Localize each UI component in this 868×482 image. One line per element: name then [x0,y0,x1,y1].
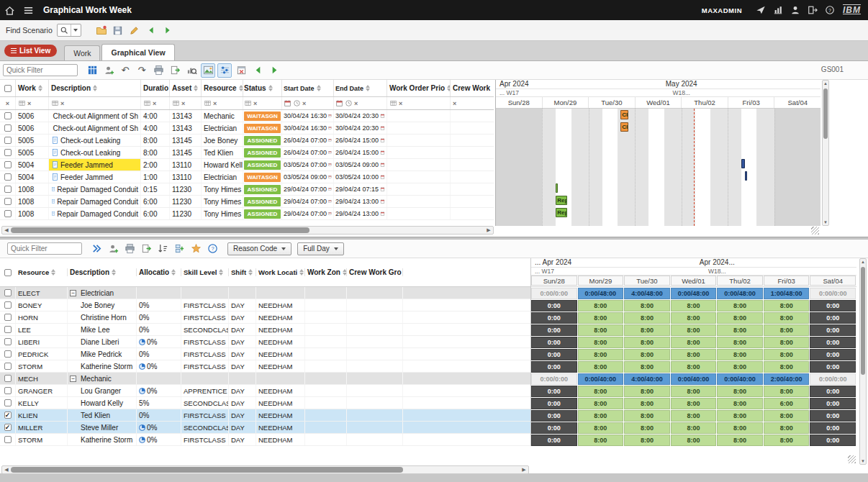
column-header-description[interactable]: Description [68,268,137,276]
gantt-bar[interactable]: Rep [556,208,567,217]
availability-cell[interactable]: 0:00 [810,422,856,434]
scroll-right-arrow[interactable]: ▶ [485,227,492,234]
filter-duration[interactable]: × [141,97,170,109]
availability-cell[interactable]: 8:00 [764,300,810,312]
availability-cell[interactable]: 0:00 [531,361,577,373]
tab-work[interactable]: Work [64,45,100,60]
availability-cell[interactable]: 0:00 [810,386,856,397]
row-checkbox[interactable]: ✓ [4,124,12,132]
column-settings-button[interactable] [85,63,99,78]
find-scenario-search[interactable] [57,24,81,37]
availability-cell[interactable]: 8:00 [578,337,624,348]
resource-row[interactable]: ✓ MILLER Steve Miller 0% SECONDCLASS DAY… [0,422,530,434]
calendar-icon[interactable] [380,198,385,205]
day-header[interactable]: Sat/04 [810,276,856,286]
availability-cell[interactable]: 8:00 [764,312,810,324]
row-checkbox[interactable]: ✓ [4,338,12,345]
resource-row[interactable]: ✓ STORM Katherine Storm 0% FIRSTCLASS DA… [0,434,530,446]
work-order-row[interactable]: ✓ 5004 Feeder Jammed 2:00 13110 Howard K… [0,159,494,171]
column-header-asset[interactable]: Asset [170,80,202,96]
column-header-duration[interactable]: Duratio [141,80,170,96]
resource-row[interactable]: ✓ LIBERI Diane Liberi 0% FIRSTCLASS DAY … [0,336,530,348]
availability-cell[interactable]: 0:00 [810,337,856,348]
work-order-row[interactable]: ✓ 5006 Check-out Alignment of Sh 4:00 13… [0,110,494,122]
resize-grip[interactable] [811,227,819,235]
row-checkbox[interactable]: ✓ [4,198,12,205]
gantt-bar[interactable]: Cl [620,110,628,119]
availability-cell[interactable]: 0:00 [531,435,577,446]
print-button[interactable] [122,242,137,256]
availability-cell[interactable]: 8:00 [717,435,763,446]
filter-description[interactable]: × [49,97,141,109]
availability-cell[interactable]: 8:00 [578,386,624,397]
availability-cell[interactable]: 0:00 [531,398,577,409]
availability-cell[interactable]: 0:00 [810,435,856,446]
availability-cell[interactable]: 8:00 [578,349,624,360]
resource-row[interactable]: ✓ MECH Mechanic [0,373,530,385]
column-header-work-zone[interactable]: Work Zon [305,268,347,276]
row-checkbox[interactable]: ✓ [4,137,12,144]
row-checkbox[interactable]: ✓ [4,112,12,119]
availability-cell[interactable]: 8:00 [624,361,670,373]
select-all-checkbox[interactable]: ✓ [4,85,12,92]
availability-cell[interactable]: 8:00 [717,349,763,360]
scroll-right-arrow[interactable]: ▶ [520,466,528,473]
resource-row[interactable]: ✓ PEDRICK Mike Pedrick 0% FIRSTCLASS DAY… [0,348,530,360]
availability-cell[interactable]: 0:00 [531,422,577,434]
filter-asset[interactable]: × [170,97,202,109]
calendar-icon[interactable] [380,149,385,156]
availability-cell[interactable]: 8:00 [624,398,670,409]
availability-cell[interactable]: 8:00 [764,422,810,434]
work-order-row[interactable]: ✓ 1008 Repair Damaged Conduit 0:15 11230… [0,183,494,196]
availability-cell[interactable]: 8:00 [671,361,717,373]
availability-cell[interactable]: 8:00 [671,324,717,336]
availability-cell[interactable]: 8:00 [717,337,763,348]
column-header-resource[interactable]: Resource [16,268,68,276]
profile-button[interactable] [787,0,804,20]
availability-cell[interactable]: 8:00 [717,410,763,422]
column-header-allocation[interactable]: Allocatio [137,268,181,276]
row-checkbox[interactable]: ✓ [4,161,12,168]
availability-cell[interactable]: 0:00/40:00 [578,373,624,385]
day-header[interactable]: Sun/28 [496,97,542,108]
calendar-icon[interactable] [380,137,385,144]
clear-filter-icon[interactable]: × [6,100,9,107]
scroll-left-arrow[interactable]: ◀ [3,466,10,473]
availability-cell[interactable]: 8:00 [671,337,717,348]
availability-cell[interactable]: 8:00 [624,410,670,422]
print-button[interactable] [151,63,166,78]
availability-cell[interactable]: 8:00 [717,386,763,397]
undo-button[interactable]: ↶ [118,63,132,78]
availability-cell[interactable]: 8:00 [671,349,717,360]
day-header[interactable]: Sat/04 [774,97,820,108]
availability-cell[interactable]: 8:00 [671,312,717,324]
availability-cell[interactable]: 8:00 [578,398,624,409]
select-all-checkbox[interactable]: ✓ [4,269,12,276]
availability-cell[interactable]: 8:00 [764,337,810,348]
availability-cell[interactable]: 8:00 [624,435,670,446]
scrollbar-thumb[interactable] [11,467,403,473]
calendar-icon[interactable] [328,137,332,144]
resource-row[interactable]: ✓ BONEY Joe Boney 0% FIRSTCLASS DAY NEED… [0,299,530,312]
availability-cell[interactable]: 8:00 [578,361,624,373]
row-checkbox[interactable]: ✓ [4,363,12,370]
search-dropdown-button[interactable] [71,24,81,36]
availability-cell[interactable]: 8:00 [671,410,717,422]
availability-cell[interactable]: 8:00 [671,422,717,434]
resource-row[interactable]: ✓ HORN Christine Horn 0% FIRSTCLASS DAY … [0,312,530,324]
availability-cell[interactable]: 8:00 [671,398,717,409]
availability-cell[interactable]: 8:00 [764,324,810,336]
availability-cell[interactable]: 0:00 [810,398,856,409]
availability-cell[interactable]: 8:00 [671,435,717,446]
export-button[interactable] [139,242,153,256]
availability-cell[interactable]: 8:00 [764,410,810,422]
availability-cell[interactable]: 0:00 [810,324,856,336]
availability-cell[interactable]: 0:00 [531,324,577,336]
availability-cell[interactable]: 8:00 [624,422,670,434]
availability-cell[interactable]: 8:00 [717,312,763,324]
column-header-resource[interactable]: Resource [202,80,243,96]
availability-cell[interactable]: 0:00/0:00 [810,288,856,299]
filter-status[interactable]: × [243,97,282,109]
sign-out-button[interactable] [804,0,821,20]
calendar-icon[interactable] [328,112,332,119]
